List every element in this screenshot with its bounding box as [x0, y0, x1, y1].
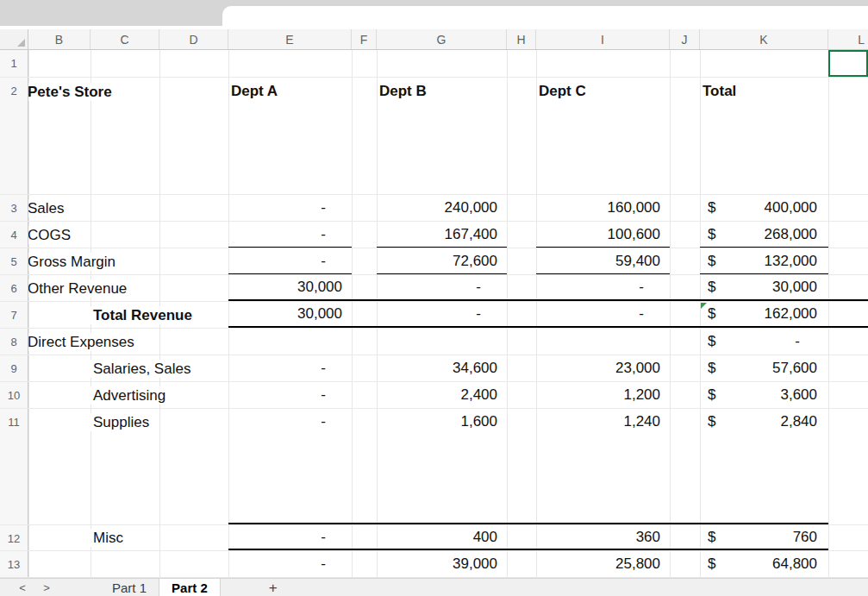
cell-dept-c[interactable]: 1,200	[536, 382, 670, 408]
cell-spacer-j[interactable]	[670, 355, 700, 381]
cell-total[interactable]: $ 3,600	[700, 382, 828, 408]
cell-spacer-h[interactable]	[507, 222, 536, 248]
cell-dept-a[interactable]: -	[228, 248, 352, 274]
cell-dept-c[interactable]: 360	[536, 525, 670, 550]
row-header-11[interactable]: 11	[0, 409, 28, 524]
row-label-cell[interactable]: Sales	[28, 195, 228, 221]
cell-dept-b[interactable]: 240,000	[377, 195, 507, 221]
cell-dept-c[interactable]: 160,000	[536, 195, 670, 221]
column-header-D[interactable]: D	[159, 29, 228, 49]
cell-dept-c[interactable]: -	[536, 302, 670, 328]
cell-l[interactable]	[828, 551, 868, 577]
column-header-F[interactable]: F	[352, 29, 377, 49]
cell-spacer-f[interactable]	[352, 382, 377, 408]
cell-spacer-h[interactable]	[507, 525, 536, 550]
cell-dept-a[interactable]: -	[228, 355, 352, 381]
cell-l[interactable]	[828, 195, 868, 221]
sheet-nav-next-icon[interactable]: >	[34, 579, 59, 594]
row-label-cell[interactable]: Advertising	[28, 382, 228, 408]
cell-total[interactable]: $ 132,000	[700, 248, 828, 274]
cell-dept-b[interactable]: -	[377, 275, 507, 301]
cell-total[interactable]: $ 2,840	[700, 409, 828, 524]
cell-total[interactable]: $ 268,000	[700, 222, 828, 248]
cell-dept-c[interactable]: 25,800	[536, 551, 670, 577]
cell-dept-b[interactable]: 34,600	[377, 355, 507, 381]
cell-dept-b[interactable]: 2,400	[377, 382, 507, 408]
column-header-C[interactable]: C	[91, 29, 159, 49]
cell-total[interactable]: $ 64,800	[700, 551, 828, 577]
cell-spacer-f[interactable]	[352, 302, 377, 328]
cell-dept-a[interactable]: -	[228, 382, 352, 408]
cell-dept-b[interactable]: 39,000	[377, 551, 507, 577]
cell-dept-a[interactable]	[228, 329, 352, 354]
cell-l[interactable]	[828, 329, 868, 354]
cell-spacer-j[interactable]	[670, 525, 700, 550]
sheet-tab-part1[interactable]: Part 1	[100, 579, 159, 596]
cell-dept-b[interactable]: 167,400	[377, 222, 507, 248]
cell-spacer-h[interactable]	[507, 551, 536, 577]
row-header-5[interactable]: 5	[0, 248, 28, 274]
cell-dept-a[interactable]: -	[228, 551, 352, 577]
cell-total[interactable]: $ 57,600	[700, 355, 828, 381]
cell-dept-b[interactable]: 400	[377, 525, 507, 550]
row-header-4[interactable]: 4	[0, 222, 28, 248]
cell-spacer-f[interactable]	[352, 195, 377, 221]
cell-spacer-j[interactable]	[670, 195, 700, 221]
cell-dept-a[interactable]: -	[228, 195, 352, 221]
column-header-J[interactable]: J	[670, 29, 700, 49]
cell-spacer-h[interactable]	[507, 275, 536, 301]
cell-total[interactable]: $ 30,000	[700, 275, 828, 301]
row-label-cell[interactable]: Direct Expenses	[28, 329, 228, 354]
header-dept-c[interactable]: Dept C	[536, 78, 670, 194]
sheet-tab-part2[interactable]: Part 2	[159, 579, 221, 596]
cell-l[interactable]	[828, 275, 868, 301]
cell-spacer-h[interactable]	[507, 302, 536, 328]
cell-dept-a[interactable]: -	[228, 222, 352, 248]
title-cell[interactable]: Pete's Store	[28, 78, 228, 194]
cell-dept-c[interactable]: 59,400	[536, 248, 670, 274]
selected-cell-L1[interactable]	[828, 50, 868, 77]
header-total[interactable]: Total	[700, 78, 828, 194]
cell-total[interactable]: $ 760	[700, 525, 828, 550]
cell-spacer-h[interactable]	[507, 382, 536, 408]
cell-dept-b[interactable]: 1,600	[377, 409, 507, 524]
row-header-12[interactable]: 12	[0, 525, 28, 550]
cell-spacer-j[interactable]	[670, 222, 700, 248]
cell-spacer-j[interactable]	[670, 275, 700, 301]
column-header-E[interactable]: E	[228, 29, 352, 49]
row-header-2[interactable]: 2	[0, 78, 28, 194]
cell-l[interactable]	[828, 302, 868, 328]
cell-spacer-f[interactable]	[352, 275, 377, 301]
cell-spacer-h[interactable]	[507, 195, 536, 221]
cell-l[interactable]	[828, 248, 868, 274]
row-label-cell[interactable]: Total Revenue	[28, 302, 228, 328]
cell-spacer-f[interactable]	[352, 329, 377, 354]
row-header-3[interactable]: 3	[0, 195, 28, 221]
cell-dept-a[interactable]: 30,000	[228, 275, 352, 301]
column-header-H[interactable]: H	[507, 29, 536, 49]
cell-spacer-h[interactable]	[507, 248, 536, 274]
sheet-nav-prev-icon[interactable]: <	[10, 579, 34, 594]
cell-spacer-h[interactable]	[507, 355, 536, 381]
cell-total[interactable]: $ 162,000	[700, 302, 828, 328]
row-label-cell[interactable]: Gross Margin	[28, 248, 228, 274]
row-label-cell[interactable]: Salaries, Sales	[28, 355, 228, 381]
cell-spacer-j[interactable]	[670, 248, 700, 274]
row-header-13[interactable]: 13	[0, 551, 28, 577]
cell-dept-b[interactable]: 72,600	[377, 248, 507, 274]
row-label-cell[interactable]: Misc	[28, 525, 228, 550]
row-header-1[interactable]: 1	[0, 50, 28, 77]
cell-l[interactable]	[828, 525, 868, 550]
column-header-I[interactable]: I	[536, 29, 670, 49]
column-header-L[interactable]: L	[828, 29, 868, 49]
cell-spacer-j[interactable]	[670, 409, 700, 524]
cell-dept-c[interactable]: 23,000	[536, 355, 670, 381]
cell-spacer-j[interactable]	[670, 329, 700, 354]
cell-dept-a[interactable]: -	[228, 409, 352, 524]
row-label-cell[interactable]	[28, 551, 228, 577]
cell-dept-b[interactable]	[377, 329, 507, 354]
column-header-B[interactable]: B	[28, 29, 91, 49]
cell-l[interactable]	[828, 409, 868, 524]
header-dept-a[interactable]: Dept A	[228, 78, 352, 194]
cell-total[interactable]: $ -	[700, 329, 828, 354]
